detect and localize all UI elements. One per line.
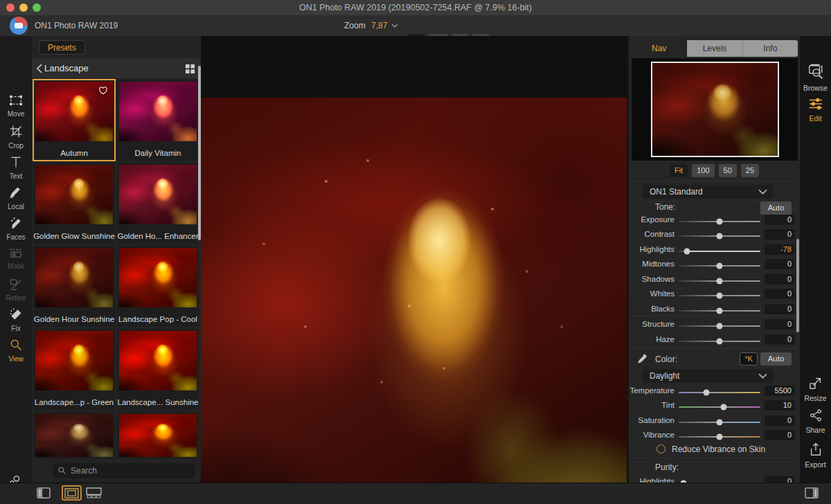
preset-item[interactable]	[33, 412, 115, 459]
slider-track[interactable]	[679, 280, 760, 282]
chevron-down-icon[interactable]	[391, 23, 398, 28]
preset-style-dropdown[interactable]: ON1 Standard	[643, 185, 773, 199]
tool-view[interactable]: View	[0, 338, 32, 367]
slider-thumb[interactable]	[717, 323, 723, 330]
module-share[interactable]: Share	[800, 408, 831, 434]
slider-thumb[interactable]	[717, 420, 723, 426]
preset-item[interactable]: Landscape Pop - Cool	[117, 246, 199, 327]
edit-sliders-icon	[808, 97, 823, 111]
slider-value[interactable]: 0	[765, 259, 795, 269]
module-browse[interactable]: Browse	[800, 64, 831, 92]
filmstrip-view-button[interactable]	[84, 486, 103, 500]
slider-thumb[interactable]	[717, 339, 723, 345]
slider-thumb[interactable]	[683, 249, 690, 255]
slider-track[interactable]	[679, 422, 760, 423]
slider-track[interactable]	[679, 251, 760, 252]
slider-thumb[interactable]	[717, 233, 723, 240]
preset-item[interactable]: Golden Glow Sunshine	[33, 163, 115, 244]
single-view-button[interactable]	[62, 486, 81, 500]
nav-25-button[interactable]: 25	[741, 164, 759, 177]
module-export[interactable]: Export	[800, 442, 831, 469]
slider-track[interactable]	[679, 295, 760, 296]
tab-info[interactable]: Info	[743, 40, 798, 57]
slider-value[interactable]: 0	[765, 319, 795, 330]
slider-track[interactable]	[679, 406, 760, 408]
tool-crop[interactable]: Crop	[0, 125, 32, 154]
slider-thumb[interactable]	[717, 293, 723, 299]
slider-thumb[interactable]	[704, 390, 710, 396]
image-canvas[interactable]	[201, 36, 627, 483]
color-auto-button[interactable]: Auto	[760, 352, 792, 366]
tool-fix[interactable]: Fix	[0, 307, 32, 336]
tool-move[interactable]: Move	[0, 94, 32, 123]
nav-100-button[interactable]: 100	[692, 164, 714, 177]
preset-item[interactable]: Landscape... Sunshine	[117, 329, 199, 410]
slider-value[interactable]: 0	[765, 430, 795, 440]
white-balance-dropdown[interactable]: Daylight	[643, 369, 773, 383]
module-export-label: Export	[800, 460, 831, 469]
slider-track[interactable]	[679, 341, 760, 342]
navigator-thumbnail[interactable]	[651, 62, 779, 157]
slider-value[interactable]: 5500	[765, 386, 795, 396]
heart-icon[interactable]	[98, 86, 108, 95]
slider-value[interactable]: 0	[765, 415, 795, 426]
search-icon	[57, 466, 66, 475]
slider-value[interactable]: -78	[765, 244, 795, 255]
preset-item[interactable]: Golden Ho... Enhancer	[117, 163, 199, 244]
tool-faces[interactable]: Faces	[0, 216, 32, 245]
preset-item[interactable]: Golden Hour Sunshine	[33, 246, 115, 327]
slider-value[interactable]: 0	[765, 229, 795, 240]
preset-item[interactable]: Autumn	[33, 80, 115, 161]
eyedropper-icon[interactable]	[637, 354, 647, 364]
slider-track[interactable]	[679, 221, 760, 222]
zoom-value[interactable]: 7,87	[371, 21, 387, 30]
slider-track[interactable]	[679, 265, 760, 267]
chevron-left-icon[interactable]	[35, 63, 44, 74]
slider-value[interactable]: 0	[765, 274, 795, 285]
preset-name: Landscape...p - Green	[33, 398, 115, 406]
edit-panel-scrollbar[interactable]	[796, 239, 799, 332]
slider-thumb[interactable]	[720, 404, 726, 411]
tool-local[interactable]: Local	[0, 186, 32, 215]
preset-item[interactable]: Landscape...p - Green	[33, 329, 115, 410]
grid-view-icon[interactable]	[185, 64, 195, 74]
right-panel-toggle-icon[interactable]	[804, 487, 819, 499]
search-input[interactable]: Search	[53, 463, 195, 478]
slider-track[interactable]	[679, 392, 760, 393]
tool-refine[interactable]: Refine	[0, 277, 32, 306]
tab-nav[interactable]: Nav	[632, 40, 687, 57]
slider-track[interactable]	[679, 310, 760, 312]
main-photo[interactable]	[201, 98, 627, 504]
reduce-vibrance-radio[interactable]	[656, 444, 665, 453]
slider-vibrance: Vibrance 0	[629, 428, 800, 442]
nav-50-button[interactable]: 50	[719, 164, 737, 177]
preset-item[interactable]	[117, 412, 199, 459]
module-resize[interactable]: Resize	[800, 375, 831, 402]
slider-value[interactable]: 0	[765, 289, 795, 299]
tool-mask[interactable]: Mask	[0, 246, 32, 276]
slider-value[interactable]: 0	[765, 215, 795, 225]
tab-levels[interactable]: Levels	[687, 40, 742, 57]
slider-thumb[interactable]	[717, 263, 723, 269]
presets-tab[interactable]: Presets	[39, 40, 85, 55]
navigator[interactable]	[632, 58, 798, 161]
slider-value[interactable]: 0	[765, 334, 795, 345]
slider-track[interactable]	[679, 235, 760, 237]
slider-value[interactable]: 0	[765, 476, 795, 483]
slider-track[interactable]	[679, 325, 760, 327]
slider-thumb[interactable]	[717, 278, 723, 285]
left-panel-toggle-icon[interactable]	[36, 487, 51, 499]
slider-thumb[interactable]	[717, 434, 723, 440]
slider-thumb[interactable]	[717, 308, 723, 314]
slider-track[interactable]	[679, 436, 760, 438]
preset-category-title[interactable]: Landscape	[44, 63, 89, 73]
faces-brush-icon	[9, 216, 23, 230]
tool-text[interactable]: Text	[0, 155, 32, 184]
slider-thumb[interactable]	[717, 219, 723, 225]
kelvin-button[interactable]: °K	[740, 352, 758, 366]
preset-item[interactable]: Daily Vitamin	[117, 80, 199, 161]
nav-fit-button[interactable]: Fit	[670, 164, 688, 177]
module-edit[interactable]: Edit	[800, 97, 831, 123]
slider-value[interactable]: 0	[765, 304, 795, 314]
slider-value[interactable]: 10	[765, 400, 795, 411]
